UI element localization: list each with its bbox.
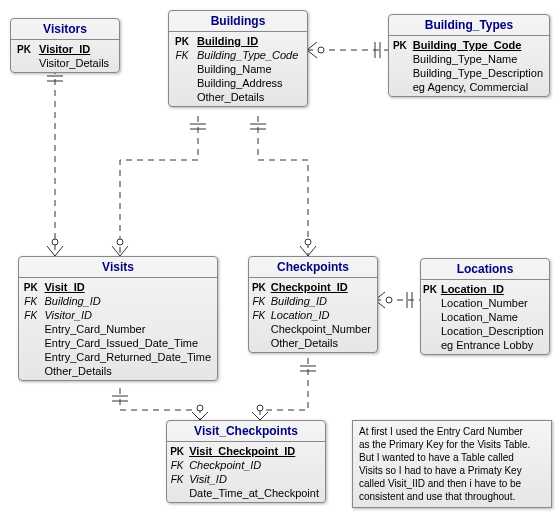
entity-title: Visits bbox=[19, 257, 217, 278]
erd-canvas: Visitors PKVisitor_ID Visitor_Details Bu… bbox=[0, 0, 556, 514]
attr-key: FK bbox=[249, 308, 269, 322]
attr-name: Building_Type_Name bbox=[411, 52, 549, 66]
attr-key: FK bbox=[167, 472, 187, 486]
entity-body: PKBuilding_Type_Code Building_Type_Name … bbox=[389, 36, 549, 96]
diagram-note: At first I used the Entry Card Number as… bbox=[352, 420, 552, 508]
attr-name: Visit_ID bbox=[42, 280, 217, 294]
attr-key bbox=[389, 80, 411, 94]
attr-key: PK bbox=[167, 444, 187, 458]
attr-key: FK bbox=[249, 294, 269, 308]
svg-point-7 bbox=[52, 239, 58, 245]
attr-name: eg Agency, Commercial bbox=[411, 80, 549, 94]
attr-key bbox=[19, 336, 42, 350]
attr-name: Visit_ID bbox=[187, 472, 325, 486]
entity-title: Visit_Checkpoints bbox=[167, 421, 325, 442]
attr-name: Building_ID bbox=[269, 294, 377, 308]
attr-name: Location_Description bbox=[439, 324, 550, 338]
entity-buildings: Buildings PKBuilding_ID FKBuilding_Type_… bbox=[168, 10, 308, 107]
attr-name: Entry_Card_Issued_Date_Time bbox=[42, 336, 217, 350]
attr-name: Date_Time_at_Checkpoint bbox=[187, 486, 325, 500]
attr-name: Visitor_ID bbox=[42, 308, 217, 322]
note-line: consistent and use that throughout. bbox=[359, 490, 545, 503]
entity-building-types: Building_Types PKBuilding_Type_Code Buil… bbox=[388, 14, 550, 97]
entity-body: PKCheckpoint_ID FKBuilding_ID FKLocation… bbox=[249, 278, 377, 352]
attr-key bbox=[167, 486, 187, 500]
note-line: as the Primary Key for the Visits Table. bbox=[359, 438, 545, 451]
attr-name: Visitor_ID bbox=[37, 42, 119, 56]
attr-name: Visit_Checkpoint_ID bbox=[187, 444, 325, 458]
attr-name: Building_Address bbox=[195, 76, 307, 90]
attr-name: Entry_Card_Number bbox=[42, 322, 217, 336]
note-line: Visits so I had to have a Primaty Key bbox=[359, 464, 545, 477]
attr-name: Visitor_Details bbox=[37, 56, 119, 70]
svg-point-10 bbox=[117, 239, 123, 245]
attr-key: PK bbox=[249, 280, 269, 294]
svg-point-15 bbox=[386, 297, 392, 303]
attr-name: Building_ID bbox=[42, 294, 217, 308]
attr-key bbox=[421, 296, 439, 310]
note-line: called Visit_IID and then i have to be bbox=[359, 477, 545, 490]
attr-key bbox=[389, 66, 411, 80]
attr-key bbox=[19, 364, 42, 378]
attr-key bbox=[421, 324, 439, 338]
entity-body: PKBuilding_ID FKBuilding_Type_Code Build… bbox=[169, 32, 307, 106]
attr-key: FK bbox=[167, 458, 187, 472]
attr-key: PK bbox=[169, 34, 195, 48]
entity-visits: Visits PKVisit_ID FKBuilding_ID FKVisito… bbox=[18, 256, 218, 381]
entity-body: PKVisit_ID FKBuilding_ID FKVisitor_ID En… bbox=[19, 278, 217, 380]
entity-title: Checkpoints bbox=[249, 257, 377, 278]
svg-point-1 bbox=[318, 47, 324, 53]
entity-checkpoints: Checkpoints PKCheckpoint_ID FKBuilding_I… bbox=[248, 256, 378, 353]
attr-key: FK bbox=[19, 294, 42, 308]
attr-name: Location_Number bbox=[439, 296, 550, 310]
attr-key bbox=[169, 62, 195, 76]
note-line: But I wanted to have a Table called bbox=[359, 451, 545, 464]
entity-body: PKVisit_Checkpoint_ID FKCheckpoint_ID FK… bbox=[167, 442, 325, 502]
attr-name: eg Entrance Lobby bbox=[439, 338, 550, 352]
attr-name: Other_Details bbox=[269, 336, 377, 350]
attr-key: FK bbox=[19, 308, 42, 322]
svg-point-23 bbox=[257, 405, 263, 411]
attr-name: Checkpoint_ID bbox=[187, 458, 325, 472]
attr-key bbox=[11, 56, 37, 70]
attr-name: Other_Details bbox=[195, 90, 307, 104]
attr-name: Building_Name bbox=[195, 62, 307, 76]
attr-key bbox=[249, 336, 269, 350]
attr-name: Other_Details bbox=[42, 364, 217, 378]
attr-key: FK bbox=[169, 48, 195, 62]
attr-name: Building_Type_Description bbox=[411, 66, 549, 80]
attr-key: PK bbox=[421, 282, 439, 296]
attr-key bbox=[389, 52, 411, 66]
attr-key: PK bbox=[389, 38, 411, 52]
attr-key bbox=[169, 76, 195, 90]
svg-point-20 bbox=[197, 405, 203, 411]
entity-body: PKVisitor_ID Visitor_Details bbox=[11, 40, 119, 72]
attr-key bbox=[19, 322, 42, 336]
attr-name: Building_Type_Code bbox=[195, 48, 307, 62]
svg-point-13 bbox=[305, 239, 311, 245]
entity-visitors: Visitors PKVisitor_ID Visitor_Details bbox=[10, 18, 120, 73]
attr-name: Building_ID bbox=[195, 34, 307, 48]
attr-name: Building_Type_Code bbox=[411, 38, 549, 52]
entity-title: Building_Types bbox=[389, 15, 549, 36]
attr-name: Location_Name bbox=[439, 310, 550, 324]
attr-key: PK bbox=[11, 42, 37, 56]
attr-key: PK bbox=[19, 280, 42, 294]
entity-title: Locations bbox=[421, 259, 549, 280]
attr-key bbox=[169, 90, 195, 104]
entity-title: Visitors bbox=[11, 19, 119, 40]
entity-body: PKLocation_ID Location_Number Location_N… bbox=[421, 280, 550, 354]
attr-key bbox=[249, 322, 269, 336]
attr-name: Location_ID bbox=[269, 308, 377, 322]
attr-name: Checkpoint_ID bbox=[269, 280, 377, 294]
attr-key bbox=[19, 350, 42, 364]
attr-key bbox=[421, 310, 439, 324]
entity-locations: Locations PKLocation_ID Location_Number … bbox=[420, 258, 550, 355]
entity-visit-checkpoints: Visit_Checkpoints PKVisit_Checkpoint_ID … bbox=[166, 420, 326, 503]
attr-name: Entry_Card_Returned_Date_Time bbox=[42, 350, 217, 364]
note-line: At first I used the Entry Card Number bbox=[359, 425, 545, 438]
attr-name: Checkpoint_Number bbox=[269, 322, 377, 336]
attr-key bbox=[421, 338, 439, 352]
entity-title: Buildings bbox=[169, 11, 307, 32]
attr-name: Location_ID bbox=[439, 282, 550, 296]
